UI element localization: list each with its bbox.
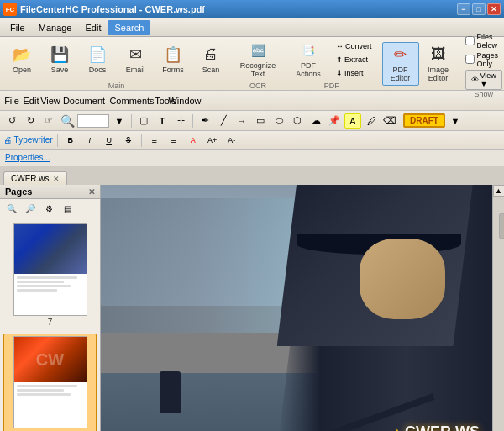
pdf-editor-button[interactable]: ✏ PDFEditor bbox=[382, 42, 419, 86]
maximize-button[interactable]: □ bbox=[472, 3, 486, 15]
hand-tool-button[interactable]: ☞ bbox=[40, 113, 57, 129]
document-tab[interactable]: CWER.ws ✕ bbox=[3, 171, 67, 185]
page-thumbnail-7[interactable]: 7 bbox=[3, 222, 97, 329]
page-thumbnail-8[interactable]: CW 8 bbox=[3, 334, 97, 431]
email-icon: ✉ bbox=[125, 45, 145, 65]
app-icon: FC bbox=[3, 3, 17, 16]
toolbar-ocr-group: 🔤 RecognizeText bbox=[234, 38, 281, 81]
font-italic-button[interactable]: I bbox=[81, 133, 98, 148]
image-editor-icon: 🖼 bbox=[428, 45, 449, 65]
edit-menu-item[interactable]: Edit bbox=[23, 93, 39, 108]
window-menu-item[interactable]: Window bbox=[176, 93, 193, 108]
pages-panel-close-button[interactable]: ✕ bbox=[88, 187, 95, 197]
font-underline-button[interactable]: U bbox=[101, 133, 118, 148]
pin-tool-button[interactable]: 📌 bbox=[326, 113, 343, 129]
minimize-button[interactable]: − bbox=[457, 3, 470, 15]
viewer-with-scroll: ✦ CWER.WS ▲ ▼ bbox=[101, 185, 504, 431]
view-menu-item[interactable]: View bbox=[42, 93, 59, 108]
font-strikethrough-button[interactable]: S̶ bbox=[120, 133, 137, 148]
pdf-actions-icon: 📑 bbox=[298, 40, 318, 60]
menu-manage[interactable]: Manage bbox=[32, 20, 79, 35]
open-button[interactable]: 📂 Open bbox=[3, 38, 40, 81]
doc-tab-close-button[interactable]: ✕ bbox=[53, 175, 60, 183]
document-tab-bar: CWER.ws ✕ bbox=[0, 166, 504, 185]
scroll-up-button[interactable]: ▲ bbox=[493, 185, 505, 197]
convert-icon: ↔ bbox=[336, 42, 344, 50]
view-label: View ▼ bbox=[480, 71, 496, 88]
recognize-icon: 🔤 bbox=[248, 40, 268, 60]
rect-tool-button[interactable]: ▭ bbox=[252, 113, 269, 129]
zoom-in-button[interactable]: 🔍 bbox=[59, 113, 76, 129]
font-size-up-button[interactable]: A+ bbox=[204, 133, 221, 148]
convert-button[interactable]: ↔ Convert bbox=[333, 40, 375, 52]
typewriter-icon[interactable]: 🖨 Typewriter bbox=[3, 135, 53, 145]
eraser-button[interactable]: ⌫ bbox=[381, 113, 398, 129]
arrow-tool-button[interactable]: → bbox=[234, 113, 250, 129]
line-tool-button[interactable]: ╱ bbox=[215, 113, 232, 129]
pages-toolbar: 🔍 🔎 ⚙ ▤ bbox=[0, 199, 100, 218]
pages-only-checkbox[interactable] bbox=[465, 55, 475, 64]
pages-only-label: Pages Only bbox=[477, 51, 502, 68]
forms-icon: 📋 bbox=[163, 45, 183, 65]
view-dropdown-button[interactable]: 👁 View ▼ bbox=[465, 70, 502, 90]
open-label: Open bbox=[13, 66, 31, 75]
page-zoom-in-button[interactable]: 🔍 bbox=[3, 201, 20, 216]
open-icon: 📂 bbox=[12, 45, 32, 65]
forms-button[interactable]: 📋 Forms bbox=[155, 38, 192, 81]
vertical-scrollbar[interactable]: ▲ ▼ bbox=[492, 185, 504, 431]
comments-menu-item[interactable]: Comments bbox=[109, 93, 155, 108]
email-button[interactable]: ✉ Email bbox=[117, 38, 154, 81]
files-below-checkbox[interactable] bbox=[465, 36, 475, 45]
oval-tool-button[interactable]: ⬭ bbox=[270, 113, 287, 129]
extract-button[interactable]: ⬆ Extract bbox=[333, 54, 375, 66]
convert-label: Convert bbox=[345, 42, 372, 50]
save-icon: 💾 bbox=[50, 45, 70, 65]
properties-link[interactable]: Properties... bbox=[5, 153, 50, 162]
window-title: FileCenterHC Professional - CWER.ws.pdf bbox=[20, 4, 205, 14]
undo-button[interactable]: ↺ bbox=[3, 113, 20, 129]
align-left-button[interactable]: ≡ bbox=[146, 133, 163, 148]
align-center-button[interactable]: ≡ bbox=[165, 133, 182, 148]
file-menu-item[interactable]: File bbox=[3, 93, 20, 108]
thumb-image-7 bbox=[13, 223, 87, 316]
close-button[interactable]: ✕ bbox=[487, 3, 501, 15]
menu-file[interactable]: File bbox=[3, 20, 32, 35]
building-left bbox=[101, 198, 297, 333]
polygon-tool-button[interactable]: ⬡ bbox=[289, 113, 306, 129]
cloud-tool-button[interactable]: ☁ bbox=[307, 113, 324, 129]
document-menu-item[interactable]: Document bbox=[61, 93, 107, 108]
save-button[interactable]: 💾 Save bbox=[41, 38, 78, 81]
text-color-button[interactable]: A bbox=[185, 133, 202, 148]
recognize-text-button[interactable]: 🔤 RecognizeText bbox=[234, 38, 281, 81]
scroll-thumb[interactable] bbox=[499, 213, 505, 239]
zoom-input[interactable]: 66,7% bbox=[77, 114, 109, 128]
menu-edit[interactable]: Edit bbox=[79, 20, 108, 35]
font-bold-button[interactable]: B bbox=[62, 133, 79, 148]
cursor-button[interactable]: ⊹ bbox=[172, 113, 189, 129]
stamp-dropdown-button[interactable]: ▼ bbox=[447, 113, 464, 129]
zoom-dropdown-button[interactable]: ▼ bbox=[111, 113, 128, 129]
pdf-actions-button[interactable]: 📑 PDFActions bbox=[286, 38, 330, 81]
page-zoom-out-button[interactable]: 🔎 bbox=[22, 201, 39, 216]
page-nav-button[interactable]: ▤ bbox=[59, 201, 76, 216]
pen-tool-button[interactable]: ✒ bbox=[197, 113, 213, 129]
scan-button[interactable]: 🖨 Scan bbox=[192, 38, 229, 81]
docs-button[interactable]: 📄 Docs bbox=[79, 38, 116, 81]
page-options-button[interactable]: ⚙ bbox=[40, 201, 57, 216]
officer-face bbox=[360, 239, 446, 319]
redo-button[interactable]: ↻ bbox=[22, 113, 39, 129]
image-editor-button[interactable]: 🖼 ImageEditor bbox=[420, 42, 457, 86]
draft-stamp-button[interactable]: DRAFT bbox=[403, 113, 445, 128]
insert-button[interactable]: ⬇ Insert bbox=[333, 67, 375, 79]
menu-search[interactable]: Search bbox=[108, 20, 150, 35]
ribbon-toolbar: 📂 Open 💾 Save 📄 Docs ✉ Email 📋 Forms 🖨 bbox=[0, 37, 504, 91]
highlight-button[interactable]: A bbox=[344, 113, 361, 129]
toolbar3-sep2 bbox=[192, 114, 193, 128]
editing-toolbar: ↺ ↻ ☞ 🔍 66,7% ▼ ▢ T ⊹ ✒ ╱ → ▭ ⬭ ⬡ ☁ 📌 A … bbox=[0, 111, 504, 131]
marker-button[interactable]: 🖊 bbox=[363, 113, 380, 129]
pages-only-row: Pages Only bbox=[465, 51, 502, 68]
text-tool-button[interactable]: T bbox=[154, 113, 171, 129]
pdf-editor-icon: ✏ bbox=[391, 45, 411, 65]
select-tool-button[interactable]: ▢ bbox=[135, 113, 152, 129]
font-size-down-button[interactable]: A- bbox=[223, 133, 240, 148]
